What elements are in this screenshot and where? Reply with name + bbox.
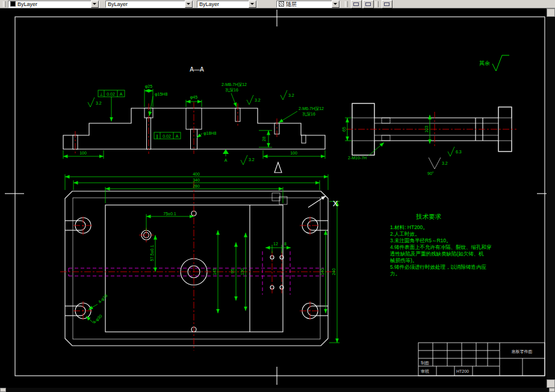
gdt2-value: 0.02 xyxy=(163,134,171,138)
tech-line: 械损伤等)。 xyxy=(390,257,417,263)
gdt2-symbol: ∥ xyxy=(156,134,158,139)
drawing-canvas[interactable]: A—A xyxy=(0,8,547,388)
gdt2-datum: A xyxy=(176,134,179,138)
datum-a-label: A xyxy=(225,158,228,162)
x-marker: X xyxy=(333,199,338,208)
scroll-left-button[interactable] xyxy=(0,388,6,392)
color-swatch-icon xyxy=(10,1,16,7)
dim-4-dia30: 4-φ30 xyxy=(92,314,104,325)
section-centerlines xyxy=(75,102,277,154)
scroll-up-button[interactable] xyxy=(547,8,555,17)
dim-dia45: φ45 xyxy=(190,95,197,100)
dim-dia15: φ15H8 xyxy=(155,92,167,97)
lineweight-value: ByLayer xyxy=(199,1,219,7)
scroll-down-button[interactable] xyxy=(547,379,555,388)
gdt1-datum: A xyxy=(120,92,123,96)
section-view: A—A xyxy=(63,66,325,173)
side-dimensions: 65 103 2-M10-7H 6.3 3.2 90° xyxy=(342,115,462,176)
tech-line: 透性缺陷及严重的残缺类缺陷(如欠铸、机 xyxy=(390,251,484,257)
vertical-scrollbar[interactable] xyxy=(547,8,555,388)
drawing-frame xyxy=(5,10,547,385)
roughness-63: 6.3 xyxy=(456,150,462,154)
titleblock-title: 底板零件图 xyxy=(512,349,533,354)
plotstyle-swatch-icon xyxy=(279,1,284,7)
roughness-2: 3.2 xyxy=(255,98,261,102)
chevron-down-icon[interactable] xyxy=(332,1,340,8)
tech-title: 技术要求 xyxy=(416,213,442,220)
roughness-32: 3.2 xyxy=(442,161,448,165)
color-value: ByLayer xyxy=(17,1,37,7)
dim-28: 28 xyxy=(262,136,266,141)
plan-centerlines xyxy=(60,182,337,351)
plan-dimensions: 400 340 280 75±0.1 57.5±0.1 145 95 xyxy=(65,172,340,343)
toolbar-grip[interactable] xyxy=(3,1,6,7)
drawing-workspace: A—A xyxy=(0,8,555,388)
dim-75: 75±0.1 xyxy=(163,212,176,216)
dim-m10: 2-M10-7H xyxy=(348,156,367,160)
surface-finish-note: 其余 xyxy=(479,55,509,71)
dim-400: 400 xyxy=(193,172,200,176)
dim-145: 145 xyxy=(212,268,217,275)
tech-line: 2.人工时效。 xyxy=(390,231,420,237)
toolbar-grip[interactable] xyxy=(345,1,348,7)
horizontal-scrollbar[interactable] xyxy=(0,388,555,392)
dim-240: 240 xyxy=(332,268,336,275)
tech-line: 力。 xyxy=(390,271,400,277)
title-block: 制图 审核 HT200 底板零件图 xyxy=(418,343,545,376)
dim-m8-1: 2-M8-7H深12 xyxy=(222,82,247,87)
titleblock-drafter-label: 制图 xyxy=(420,361,429,366)
tech-line: 3.未注圆角半径R5～R10。 xyxy=(390,237,451,243)
dim-12: 12 xyxy=(273,242,278,246)
toolbar-grip[interactable] xyxy=(376,1,379,7)
chevron-down-icon[interactable] xyxy=(185,1,193,8)
section-label: A—A xyxy=(190,66,204,73)
dim-280: 280 xyxy=(193,184,200,188)
dim-4-dia18: 4-φ18 xyxy=(98,293,109,305)
titleblock-material: HT200 xyxy=(456,369,469,373)
dim-8: 8 xyxy=(284,242,287,246)
toolbar-button-2[interactable] xyxy=(363,0,374,8)
plotstyle-dropdown[interactable]: 随层 xyxy=(276,1,340,8)
hidden-lines xyxy=(69,251,324,295)
gdt1-symbol: ⊥ xyxy=(99,92,103,96)
dim-57-5: 57.5±0.1 xyxy=(150,245,154,261)
dim-m6-2: 孔深16 xyxy=(302,112,315,117)
roughness-1: 3.2 xyxy=(96,101,102,105)
dim-130: 130 xyxy=(240,268,244,275)
tech-requirements: 技术要求 1.材料: HT200。 2.人工时效。 3.未注圆角半径R5～R10… xyxy=(390,213,492,277)
object-properties-toolbar: ByLayer ByLayer ByLayer 随层 xyxy=(0,0,555,8)
roughness-4: 3.2 xyxy=(249,158,255,162)
titleblock-checker-label: 审核 xyxy=(421,369,429,374)
cad-application-window: ByLayer ByLayer ByLayer 随层 xyxy=(0,0,555,392)
node-marker-icon xyxy=(272,193,280,201)
lineweight-dropdown[interactable]: ByLayer xyxy=(197,1,257,8)
dim-dia18: φ18H8 xyxy=(203,131,216,136)
dim-m8-2: 孔深16 xyxy=(225,88,238,93)
dim-100-right: 100 xyxy=(290,151,297,155)
tech-line: 5.铸件必须进行时效处理，以消除铸造内应 xyxy=(390,264,487,270)
linetype-value: ByLayer xyxy=(108,1,128,7)
toolbar-button-3[interactable] xyxy=(382,0,392,8)
linetype-dropdown[interactable]: ByLayer xyxy=(105,1,193,8)
plan-view: 400 340 280 75±0.1 57.5±0.1 145 95 xyxy=(60,172,340,351)
dim-95: 95 xyxy=(231,269,235,274)
gdt1-value: 0.02 xyxy=(107,92,115,96)
roughness-3: 3.2 xyxy=(288,93,294,97)
surface-note-text: 其余 xyxy=(479,60,490,66)
tech-line: 4.铸件表面上不允许有冷隔、裂纹、缩孔和穿 xyxy=(390,244,492,250)
roughness-symbol-icon xyxy=(492,55,509,71)
chevron-down-icon[interactable] xyxy=(249,1,256,8)
chevron-down-icon[interactable] xyxy=(91,1,99,8)
toolbar-button-1[interactable] xyxy=(351,0,362,8)
dim-90deg: 90° xyxy=(427,171,434,176)
dim-140: 140 xyxy=(320,268,324,275)
color-dropdown[interactable]: ByLayer xyxy=(8,1,99,8)
tech-line: 1.材料: HT200。 xyxy=(390,224,428,230)
section-arrow-icon xyxy=(274,162,282,173)
dim-340: 340 xyxy=(193,178,200,182)
dim-65: 65 xyxy=(342,127,346,132)
dim-103: 103 xyxy=(424,126,429,133)
scroll-right-button[interactable] xyxy=(549,388,555,392)
side-view: 65 103 2-M10-7H 6.3 3.2 90° xyxy=(342,103,516,176)
dim-dia25: φ25 xyxy=(145,84,152,89)
